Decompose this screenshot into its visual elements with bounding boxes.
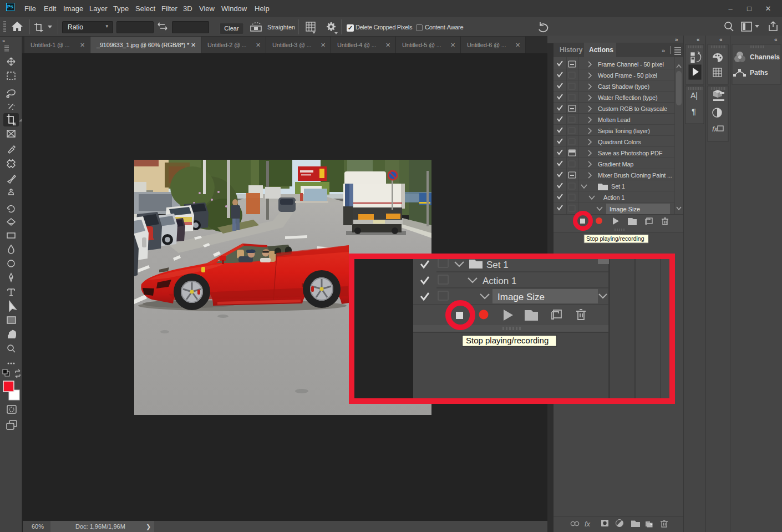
svg-text:«: « [774, 37, 778, 43]
svg-text:Action 1: Action 1 [603, 194, 624, 201]
svg-text:Sepia Toning (layer): Sepia Toning (layer) [598, 128, 650, 134]
svg-text:»: » [675, 37, 678, 43]
svg-text:Channels: Channels [750, 53, 780, 61]
svg-text:Water Reflection (type): Water Reflection (type) [598, 94, 657, 101]
svg-text:Mixer Brush Cloning Paint ...: Mixer Brush Cloning Paint ... [598, 172, 672, 179]
svg-text:Image Size: Image Size [610, 206, 640, 212]
svg-text:Action 1: Action 1 [483, 276, 516, 286]
svg-text:Save as Photoshop PDF: Save as Photoshop PDF [598, 150, 663, 156]
svg-text:History: History [560, 46, 583, 54]
svg-text:Frame Channel - 50 pixel: Frame Channel - 50 pixel [598, 61, 664, 68]
svg-text:Set 1: Set 1 [486, 260, 509, 270]
svg-text:¶: ¶ [692, 107, 696, 116]
svg-text:Custom RGB to Grayscale: Custom RGB to Grayscale [598, 105, 667, 112]
svg-text:fx: fx [712, 125, 718, 133]
svg-text:Quadrant Colors: Quadrant Colors [598, 139, 641, 145]
svg-text:fx: fx [585, 520, 591, 528]
svg-text:Molten Lead: Molten Lead [598, 116, 630, 123]
svg-text:Wood Frame - 50 pixel: Wood Frame - 50 pixel [598, 72, 657, 79]
svg-text:Paths: Paths [750, 69, 768, 77]
svg-text:Stop playing/recording: Stop playing/recording [586, 235, 644, 242]
svg-text:«: « [697, 37, 700, 43]
svg-text:Cast Shadow (type): Cast Shadow (type) [598, 83, 649, 90]
svg-text:Set 1: Set 1 [611, 183, 625, 190]
svg-text:Image Size: Image Size [497, 292, 545, 302]
svg-text:Actions: Actions [589, 46, 613, 54]
svg-text:»: » [662, 47, 665, 54]
svg-text:Stop playing/recording: Stop playing/recording [466, 336, 549, 345]
svg-text:Gradient Map: Gradient Map [598, 161, 633, 168]
svg-text:«: « [719, 37, 723, 43]
svg-text:»: » [2, 38, 5, 44]
svg-text:A|: A| [690, 91, 698, 100]
